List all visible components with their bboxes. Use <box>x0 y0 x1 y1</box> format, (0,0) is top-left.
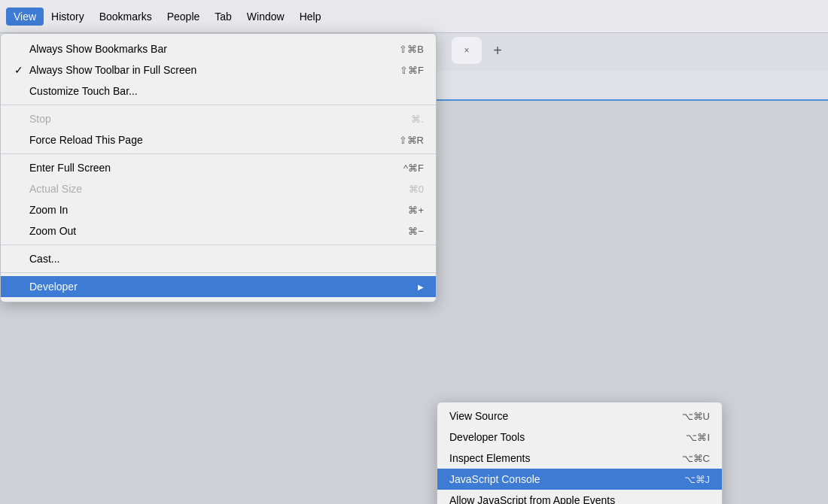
item-label: Stop <box>29 113 51 125</box>
item-label: JavaScript Console <box>449 473 540 485</box>
menu-section-5: Developer ▶ <box>1 272 436 299</box>
customize-touch-bar-item[interactable]: Customize Touch Bar... <box>1 80 436 102</box>
item-label: Always Show Toolbar in Full Screen <box>29 64 196 76</box>
view-dropdown-menu: Always Show Bookmarks Bar ⇧⌘B ✓ Always S… <box>0 33 437 302</box>
shortcut: ⌘. <box>411 114 424 125</box>
javascript-console-item[interactable]: JavaScript Console ⌥⌘J <box>437 469 722 490</box>
menu-bookmarks[interactable]: Bookmarks <box>92 8 160 26</box>
tab-close-button[interactable]: × <box>461 44 473 56</box>
inspect-elements-item[interactable]: Inspect Elements ⌥⌘C <box>437 448 722 469</box>
item-label: Allow JavaScript from Apple Events <box>449 494 615 504</box>
browser-content: × + Always Show Bookmarks Bar ⇧⌘B ✓ Alwa… <box>0 33 828 504</box>
item-label: Developer <box>29 281 78 293</box>
browser-tab[interactable]: × <box>452 37 482 64</box>
allow-javascript-apple-events-item[interactable]: Allow JavaScript from Apple Events <box>437 490 722 504</box>
checkmark: ✓ <box>13 64 25 76</box>
developer-tools-item[interactable]: Developer Tools ⌥⌘I <box>437 427 722 448</box>
menu-section-2: Stop ⌘. Force Reload This Page ⇧⌘R <box>1 105 436 152</box>
menu-help[interactable]: Help <box>292 8 329 26</box>
stop-item: Stop ⌘. <box>1 108 436 129</box>
cast-item[interactable]: Cast... <box>1 248 436 269</box>
shortcut: ⌘+ <box>408 205 424 216</box>
new-tab-button[interactable]: + <box>486 39 509 62</box>
shortcut: ⌘0 <box>409 184 424 195</box>
item-label: Zoom Out <box>29 225 76 237</box>
menu-view[interactable]: View <box>6 8 44 26</box>
shortcut: ⌘− <box>408 226 424 237</box>
menu-section-4: Cast... <box>1 244 436 271</box>
shortcut: ⌥⌘I <box>686 432 710 443</box>
item-label: Cast... <box>29 253 59 265</box>
shortcut: ⇧⌘B <box>399 44 424 55</box>
menu-tab[interactable]: Tab <box>207 8 239 26</box>
item-label: Inspect Elements <box>449 452 530 464</box>
enter-full-screen-item[interactable]: Enter Full Screen ^⌘F <box>1 157 436 178</box>
shortcut: ⌥⌘U <box>682 411 710 422</box>
menu-people[interactable]: People <box>160 8 208 26</box>
item-label: Enter Full Screen <box>29 162 111 174</box>
developer-submenu: View Source ⌥⌘U Developer Tools ⌥⌘I Insp… <box>437 402 723 504</box>
submenu-arrow-icon: ▶ <box>418 283 424 291</box>
always-show-toolbar-item[interactable]: ✓ Always Show Toolbar in Full Screen ⇧⌘F <box>1 59 436 80</box>
shortcut: ⇧⌘F <box>400 65 424 76</box>
always-show-bookmarks-bar-item[interactable]: Always Show Bookmarks Bar ⇧⌘B <box>1 38 436 59</box>
item-label: View Source <box>449 410 508 422</box>
zoom-out-item[interactable]: Zoom Out ⌘− <box>1 220 436 241</box>
menu-window[interactable]: Window <box>239 8 292 26</box>
shortcut: ⌥⌘C <box>682 453 710 464</box>
zoom-in-item[interactable]: Zoom In ⌘+ <box>1 199 436 220</box>
view-source-item[interactable]: View Source ⌥⌘U <box>437 405 722 427</box>
item-label: Always Show Bookmarks Bar <box>29 43 167 55</box>
shortcut: ^⌘F <box>403 162 424 174</box>
item-label: Developer Tools <box>449 431 525 443</box>
menu-history[interactable]: History <box>44 8 92 26</box>
menu-bar: View History Bookmarks People Tab Window… <box>0 0 828 33</box>
menu-section-3: Enter Full Screen ^⌘F Actual Size ⌘0 Zoo… <box>1 153 436 243</box>
item-label: Actual Size <box>29 183 82 195</box>
item-label: Customize Touch Bar... <box>29 85 138 97</box>
force-reload-item[interactable]: Force Reload This Page ⇧⌘R <box>1 129 436 150</box>
menu-section-1: Always Show Bookmarks Bar ⇧⌘B ✓ Always S… <box>1 37 436 103</box>
shortcut: ⇧⌘R <box>399 135 424 146</box>
shortcut: ⌥⌘J <box>684 474 711 485</box>
item-label: Zoom In <box>29 204 68 216</box>
developer-item[interactable]: Developer ▶ <box>1 276 436 297</box>
item-label: Force Reload This Page <box>29 134 143 146</box>
actual-size-item: Actual Size ⌘0 <box>1 178 436 199</box>
